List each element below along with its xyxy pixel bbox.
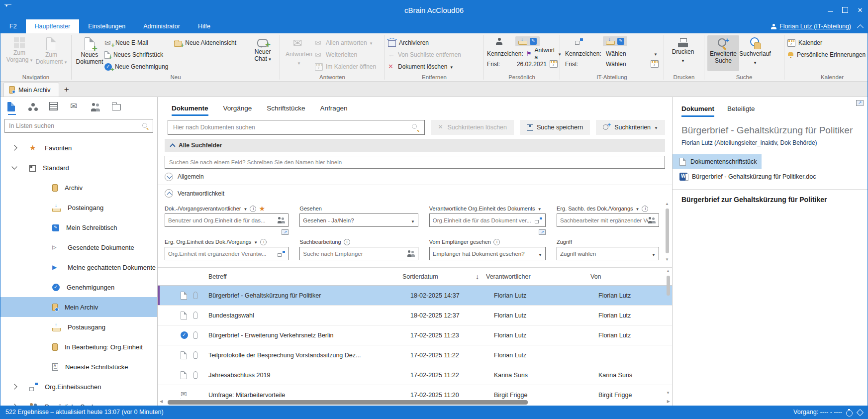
table-row[interactable]: Bundestagswahl 18-02-2025 12:37 Florian … [158, 306, 672, 325]
field-label-dropdown[interactable]: Erg. Sachb. des Dok./Vorgangs [557, 204, 659, 213]
timer-icon[interactable] [846, 409, 853, 416]
all-search-fields-header[interactable]: Alle Suchfelder [165, 139, 665, 152]
sidebar-tree-item[interactable]: Posteingang [0, 198, 157, 217]
sidebar-tree-item[interactable]: Postausgang [0, 317, 157, 337]
tab-dokument[interactable]: Dokument [681, 105, 714, 117]
list-tab-mein-archiv[interactable]: Mein Archiv [3, 83, 59, 97]
kennzeichen-value-org[interactable]: Wählen [606, 50, 626, 57]
neues-dokument-button[interactable]: Neues Dokument [75, 35, 104, 66]
zum-vorgang-button[interactable]: Zum Vorgang [3, 35, 35, 64]
neue-genehmigung-button[interactable]: Neue Genehmigung [104, 62, 174, 72]
table-vertical-scrollbar[interactable] [665, 269, 671, 397]
column-sortierdatum[interactable]: Sortierdatum [402, 273, 486, 281]
neues-schriftstueck-button[interactable]: Neues Schriftstück [104, 50, 174, 60]
menu-tab-einstellungen[interactable]: Einstellungen [79, 19, 134, 33]
neue-akteneinsicht-button[interactable]: Neue Akteneinsicht [174, 38, 248, 48]
sidebar-tree-item[interactable]: Meine gechatteten Dokumente [0, 257, 157, 277]
attachment-item[interactable]: Bürgerbrief - Gehaltskürzung für Politik… [673, 169, 821, 184]
current-user-link[interactable]: Florian Lutz (IT-Abteilung) [771, 23, 851, 30]
date-picker-icon[interactable] [550, 60, 558, 68]
new-tab-button[interactable]: + [59, 83, 74, 97]
sidebar-tree-item[interactable]: Archiv [0, 178, 157, 198]
frist-value-org[interactable]: Wählen [606, 61, 626, 68]
suchkriterien-loeschen-button[interactable]: Suchkriterien löschen [431, 120, 514, 135]
frist-value[interactable]: 26.02.2021 [517, 61, 547, 68]
menu-tab-hilfe[interactable]: Hilfe [189, 19, 219, 33]
sidebar-search-input[interactable] [9, 122, 142, 129]
zugriff-select[interactable]: Zugriff wählen [557, 247, 659, 260]
sachbearbeitung-input[interactable] [303, 251, 407, 257]
menu-tab-hauptfenster[interactable]: Hauptfenster [26, 19, 80, 33]
people-view-icon[interactable] [91, 102, 101, 112]
people-picker-icon[interactable] [278, 217, 285, 223]
field-label-dropdown[interactable]: Verantwortliche Org.Einheit des Dokument… [429, 204, 546, 213]
table-row[interactable]: Bürgerbrief - Erweiterung Verkehrsnetz B… [158, 325, 672, 345]
sidebar-tree-item[interactable]: Favoriten [0, 138, 157, 158]
column-verantwortlicher[interactable]: Verantwortlicher [486, 273, 590, 280]
flag-target-toggle[interactable] [515, 36, 540, 46]
dokument-loeschen-button[interactable]: Dokument löschen [388, 62, 461, 72]
drucken-button[interactable]: Drucken [667, 35, 699, 64]
scroll-right-icon[interactable] [667, 399, 670, 405]
von-suchliste-entfernen-button[interactable]: Von Suchliste entfernen [388, 50, 461, 60]
column-betreff[interactable]: Betreff [208, 273, 402, 280]
popout-icon[interactable] [282, 229, 289, 235]
verantwortlicher-input[interactable] [168, 217, 278, 223]
zum-dokument-button[interactable]: Zum Dokument [35, 35, 67, 66]
maximize-button[interactable] [838, 0, 853, 19]
sidebar-tree-item[interactable]: In Bearbeitung: Org.Einheit [0, 337, 157, 357]
table-horizontal-scrollbar[interactable] [158, 399, 672, 406]
relations-view-icon[interactable] [28, 102, 38, 112]
persoenliche-erinnerungen-button[interactable]: Persönliche Erinnerungen [787, 50, 866, 60]
scrollbar-thumb[interactable] [168, 400, 528, 405]
popout-icon[interactable] [539, 229, 546, 235]
date-picker-icon[interactable] [651, 60, 659, 68]
people-picker-icon[interactable] [648, 217, 656, 223]
suchverlauf-button[interactable]: Suchverlauf [739, 35, 771, 66]
weiterleiten-button[interactable]: Weiterleiten [315, 50, 376, 60]
kennzeichen-value[interactable]: Antwort a [535, 47, 555, 61]
sidebar-tree-item[interactable]: Genehmigungen [0, 277, 157, 297]
scroll-up-icon[interactable] [665, 202, 669, 208]
popout-panel-icon[interactable] [856, 100, 864, 106]
suche-speichern-button[interactable]: Suche speichern [520, 120, 590, 135]
documents-view-icon[interactable] [7, 102, 17, 112]
erweiterte-suche-button[interactable]: + Erweiterte Suche [707, 35, 739, 71]
table-row[interactable]: Umfrage: Mitarbeitervorteile 17-02-2025 … [158, 385, 672, 399]
field-search-input[interactable] [169, 159, 661, 165]
menu-tab-administrator[interactable]: Administrator [134, 19, 189, 33]
sidebar-tree-item[interactable]: Org.Einheitssuchen [0, 377, 157, 397]
vom-empfaenger-gesehen-select[interactable]: Empfänger hat Dokument gesehen? [429, 247, 546, 260]
sidebar-tree-item[interactable]: Mein Schreibtisch [0, 217, 157, 237]
scroll-up-icon[interactable] [666, 269, 670, 275]
criteria-scrollbar[interactable] [664, 202, 670, 263]
folder-view-icon[interactable] [112, 102, 122, 112]
org-einheit-input[interactable] [433, 217, 535, 223]
scroll-left-icon[interactable] [160, 399, 163, 405]
suchkriterien-button[interactable]: Suchkriterien [596, 120, 665, 135]
shelf-view-icon[interactable] [49, 102, 59, 112]
minimize-button[interactable] [823, 0, 838, 19]
flag-target-toggle[interactable] [603, 36, 627, 46]
menu-tab-f2[interactable]: F2 [0, 19, 26, 33]
archivieren-button[interactable]: Archivieren [388, 38, 461, 48]
close-button[interactable] [853, 0, 868, 19]
field-label-dropdown[interactable]: Dok.-/Vorgangsverantwortlicher [165, 204, 289, 213]
sidebar-tree-item[interactable]: Neueste Schriftstücke [0, 357, 157, 377]
sidebar-tree-item[interactable]: Standard [0, 158, 157, 178]
erg-org-einheit-input[interactable] [168, 251, 278, 257]
mail-view-icon[interactable] [70, 102, 80, 112]
sidebar-tree-item[interactable]: Mein Archiv [0, 297, 157, 317]
tag-icon[interactable] [857, 409, 863, 415]
sidebar-tree-item[interactable]: Persönliche Suchen [0, 397, 157, 406]
table-row[interactable]: Teilprotokolle der Besprechung Vorstands… [158, 345, 672, 365]
gesehen-select[interactable]: Gesehen - Ja/Nein? [299, 213, 418, 227]
dropdown-caret[interactable] [654, 50, 658, 57]
field-label-dropdown[interactable]: Erg. Org.Einheit des Dok./Vorgangs [165, 237, 289, 247]
section-allgemein[interactable]: Allgemein [158, 169, 672, 185]
table-row[interactable]: Bürgerbrief - Gehaltskürzung für Politik… [158, 286, 672, 306]
document-search-input[interactable] [173, 124, 412, 131]
people-picker-icon[interactable] [407, 250, 415, 257]
org-picker-icon[interactable] [278, 251, 285, 257]
tab-vorgaenge[interactable]: Vorgänge [223, 105, 252, 116]
